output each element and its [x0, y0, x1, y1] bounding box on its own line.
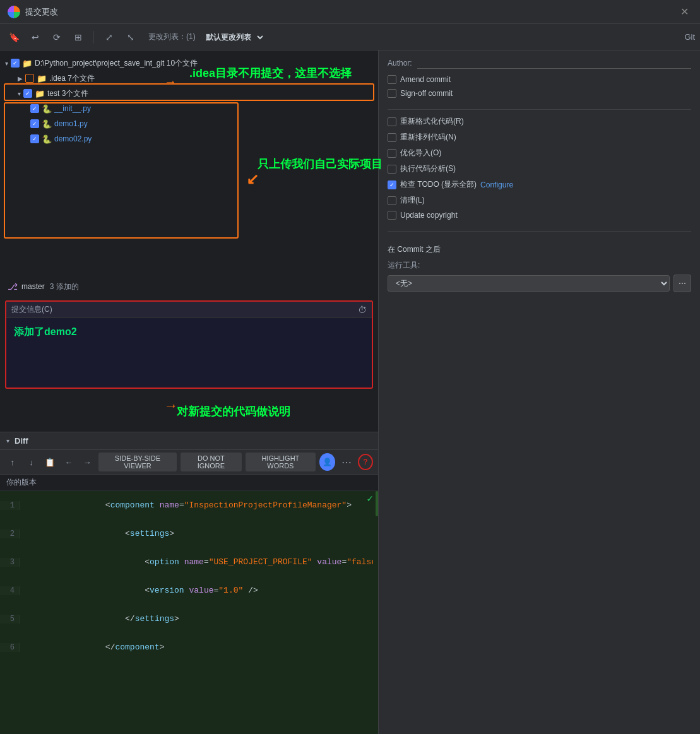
code-line-2: 2 <settings>	[0, 519, 378, 548]
cleanup-checkbox[interactable]	[388, 196, 396, 205]
refresh-button[interactable]: ⟳	[48, 28, 66, 46]
expand-button[interactable]: ⤢	[100, 28, 118, 46]
test-checkbox[interactable]	[23, 89, 32, 98]
diff-toolbar: ↑ ↓ 📋 ← → SIDE-BY-SIDE VIEWER DO NOT IGN…	[0, 450, 378, 475]
diff-back-button[interactable]: ←	[61, 454, 76, 470]
highlight-words-button[interactable]: HIGHLIGHT WORDS	[246, 453, 316, 471]
reformat-label: 重新格式化代码(R)	[400, 116, 464, 127]
init-file-row[interactable]: 🐍 __init__.py	[0, 101, 378, 116]
cleanup-row: 清理(L)	[388, 195, 691, 206]
section-divider-1	[388, 109, 691, 110]
close-button[interactable]: ✕	[677, 4, 692, 19]
left-panel: ▾ 📁 D:\Python_project\project_save_int_g…	[0, 50, 379, 734]
toolbar-separator	[93, 31, 94, 44]
bookmark-button[interactable]: 🔖	[5, 28, 23, 46]
changelist-label: 更改列表：(1)	[148, 32, 196, 42]
cleanup-label: 清理(L)	[400, 195, 425, 206]
diff-label: Diff	[15, 436, 28, 446]
commit-clock[interactable]: ⏱	[358, 305, 367, 315]
window-title: 提交更改	[25, 6, 677, 18]
demo1-file-row[interactable]: 🐍 demo1.py	[0, 116, 378, 131]
rearrange-checkbox[interactable]	[388, 133, 396, 142]
side-by-side-viewer-button[interactable]: SIDE-BY-SIDE VIEWER	[98, 453, 177, 471]
diff-header: ▾ Diff	[0, 432, 378, 450]
demo02-py-icon: 🐍	[42, 134, 52, 144]
analyze-checkbox[interactable]	[388, 165, 396, 174]
todo-configure-link[interactable]: Configure	[480, 181, 513, 189]
test-folder-row[interactable]: ▾ 📁 test 3个文件	[0, 86, 378, 101]
diff-more-options-button[interactable]: ⋯	[339, 454, 354, 470]
init-file-label: __init__.py	[54, 104, 91, 113]
commit-annotation-arrow: →	[164, 398, 178, 414]
collapse-button[interactable]: ⤡	[122, 28, 139, 46]
undo-button[interactable]: ↩	[27, 28, 44, 46]
amend-commit-checkbox[interactable]	[388, 75, 396, 84]
line-content-1: <component name="InspectionProjectProfil…	[20, 491, 378, 519]
diff-forward-button[interactable]: →	[80, 454, 95, 470]
test-expand-arrow: ▾	[18, 90, 21, 97]
toolbar: 🔖 ↩ ⟳ ⊞ ⤢ ⤡ 更改列表：(1) 默认更改列表 Git	[0, 24, 700, 50]
demo02-file-row[interactable]: 🐍 demo02.py	[0, 131, 378, 146]
root-checkbox[interactable]	[11, 59, 20, 68]
test-folder-icon: 📁	[35, 89, 45, 98]
branch-icon: ⎇	[8, 281, 18, 292]
demo1-file-label: demo1.py	[54, 119, 88, 128]
line-num-1: 1	[0, 501, 20, 510]
init-checkbox[interactable]	[30, 104, 39, 113]
line-num-6: 6	[0, 643, 20, 652]
diff-copy-button[interactable]: 📋	[42, 454, 57, 470]
idea-folder-icon: 📁	[37, 74, 47, 83]
diff-collapse-chevron[interactable]: ▾	[6, 437, 9, 444]
tools-dropdown-row: <无> ⋯	[388, 275, 691, 292]
idea-checkbox[interactable]	[25, 74, 34, 83]
root-path-row[interactable]: ▾ 📁 D:\Python_project\project_save_int_g…	[0, 56, 378, 71]
optimize-label: 优化导入(O)	[400, 148, 441, 158]
title-bar: 提交更改 ✕	[0, 0, 700, 24]
section-divider-2	[388, 231, 691, 232]
author-input[interactable]	[417, 57, 691, 69]
amend-commit-label: Amend commit	[400, 75, 451, 84]
idea-folder-row[interactable]: ▶ 📁 .idea 7个文件	[0, 71, 378, 86]
diff-help-button[interactable]: ?	[358, 454, 373, 470]
code-area: 1 <component name="InspectionProjectProf…	[0, 491, 378, 734]
todo-row: 检查 TODO (显示全部) Configure	[388, 179, 691, 190]
git-label: Git	[684, 32, 695, 42]
after-commit-section: 在 Commit 之后 运行工具: <无> ⋯	[388, 244, 691, 292]
copyright-checkbox[interactable]	[388, 211, 396, 220]
signoff-commit-checkbox[interactable]	[388, 89, 396, 98]
rearrange-label: 重新排列代码(N)	[400, 132, 456, 143]
optimize-checkbox[interactable]	[388, 149, 396, 158]
reformat-checkbox[interactable]	[388, 117, 396, 126]
diff-down-button[interactable]: ↓	[24, 454, 39, 470]
idea-folder-label: .idea 7个文件	[49, 73, 95, 84]
tools-select[interactable]: <无>	[388, 275, 670, 292]
changelist-dropdown[interactable]: 默认更改列表	[199, 30, 265, 44]
todo-checkbox[interactable]	[388, 181, 396, 189]
signoff-commit-row: Sign-off commit	[388, 89, 691, 98]
upload-annotation-text: 只上传我们自己实际项目	[258, 157, 383, 172]
code-line-3: 3 <option name="USE_PROJECT_PROFILE" val…	[0, 548, 378, 576]
signoff-commit-label: Sign-off commit	[400, 89, 453, 98]
code-line-5: 5 </settings>	[0, 605, 378, 633]
root-folder-icon: 📁	[22, 59, 32, 68]
copyright-row: Update copyright	[388, 211, 691, 220]
demo02-checkbox[interactable]	[30, 134, 39, 143]
branch-name: master	[21, 282, 45, 291]
grid-button[interactable]: ⊞	[69, 28, 87, 46]
analyze-label: 执行代码分析(S)	[400, 163, 456, 174]
demo1-py-icon: 🐍	[42, 119, 52, 129]
tools-more-button[interactable]: ⋯	[673, 275, 691, 292]
commit-text[interactable]: 添加了demo2	[6, 318, 372, 346]
do-not-ignore-button[interactable]: DO NOT IGNORE	[181, 453, 242, 471]
line-content-2: <settings>	[20, 519, 378, 548]
diff-user-icon[interactable]: 👤	[319, 453, 335, 471]
line-num-5: 5	[0, 615, 20, 624]
line-content-4: <version value="1.0" />	[20, 576, 378, 605]
demo1-checkbox[interactable]	[30, 119, 39, 128]
analyze-row: 执行代码分析(S)	[388, 163, 691, 174]
rearrange-row: 重新排列代码(N)	[388, 132, 691, 143]
init-py-icon: 🐍	[42, 104, 52, 114]
code-line-1: 1 <component name="InspectionProjectProf…	[0, 491, 378, 519]
diff-up-button[interactable]: ↑	[5, 454, 20, 470]
root-expand-arrow: ▾	[5, 60, 8, 67]
